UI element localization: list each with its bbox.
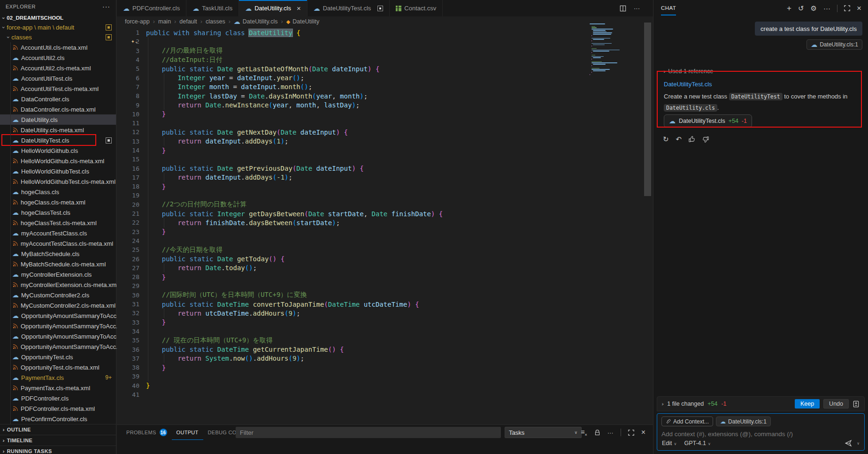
code-line[interactable]: 6 Integer year = dateInput.year(); xyxy=(117,73,653,82)
code-line[interactable]: 30 //国际时间（UTC）を日本時間（UTC+9）に変換 xyxy=(117,291,653,300)
file-row[interactable]: ☁hogeClassTest.cls xyxy=(0,207,116,218)
code-line[interactable]: 27 return Date.today(); xyxy=(117,264,653,272)
more-actions-icon[interactable]: ··· xyxy=(634,5,640,12)
regenerate-icon[interactable]: ↻ xyxy=(663,135,669,144)
tab-dateutility-cls[interactable]: ☁DateUtility.cls× xyxy=(239,0,307,16)
file-row[interactable]: ☁HelloWorldGithub.cls xyxy=(0,145,116,156)
file-row[interactable]: ☁DateUtilityTest.cls xyxy=(0,135,116,145)
editor-scrollbar[interactable] xyxy=(644,23,651,196)
file-row[interactable]: ☁AccountUtilTest.cls xyxy=(0,73,116,83)
file-row[interactable]: MyCustomController2.cls-meta.xml xyxy=(0,300,116,310)
chat-input-box[interactable]: Add Context... ☁ DateUtility.cls:1 Add c… xyxy=(657,413,865,451)
code-line[interactable]: 14 } xyxy=(117,146,653,155)
undo-button[interactable]: Undo xyxy=(823,399,849,409)
file-row[interactable]: ☁OpportunityAmountSammaryToAcc... xyxy=(0,310,116,321)
file-row[interactable]: PaymentTax.cls-meta.xml xyxy=(0,383,116,393)
sidebar-section-timeline[interactable]: ›TIMELINE xyxy=(0,435,116,446)
file-row[interactable]: hogeClassTest.cls-meta.xml xyxy=(0,218,116,228)
file-row[interactable]: ☁MyCustomController2.cls xyxy=(0,290,116,300)
code-line[interactable]: 40} xyxy=(117,381,653,390)
file-row[interactable]: ☁AccountUtil2.cls xyxy=(0,53,116,63)
file-row[interactable]: MyBatchSchedule.cls-meta.xml xyxy=(0,259,116,269)
file-row[interactable]: ☁myAccountTestClass.cls xyxy=(0,228,116,238)
current-file-context-pill[interactable]: ☁ DateUtility.cls:1 xyxy=(716,416,771,426)
gear-icon[interactable]: ⚙ xyxy=(811,4,817,13)
code-line[interactable]: 16 public static Date getPreviousDay(Dat… xyxy=(117,164,653,173)
code-line[interactable]: 39 xyxy=(117,372,653,381)
copilot-sparkle-icon[interactable]: ✦ xyxy=(131,38,135,45)
code-line[interactable]: 12 public static Date getNextDay(Date da… xyxy=(117,128,653,136)
code-line[interactable]: 23 } xyxy=(117,227,653,236)
output-channel-select[interactable]: Tasks ∨ xyxy=(505,427,582,438)
file-row[interactable]: ☁HelloWorldGithubTest.cls xyxy=(0,166,116,176)
file-row[interactable]: ☁OpportunityTest.cls xyxy=(0,352,116,362)
code-line[interactable]: 11 xyxy=(117,119,653,128)
code-line[interactable]: 32 return utcDateTime.addHours(9); xyxy=(117,309,653,318)
file-row[interactable]: OpportunityAmountSammaryToAcc... xyxy=(0,321,116,331)
close-chat-icon[interactable]: × xyxy=(857,4,861,13)
file-row[interactable]: myAccountTestClass.cls-meta.xml xyxy=(0,238,116,249)
add-context-button[interactable]: Add Context... xyxy=(661,416,713,426)
code-line[interactable]: 25 //今天的日期を取得 xyxy=(117,245,653,254)
sidebar-section-running-tasks[interactable]: ›RUNNING TASKS xyxy=(0,446,116,454)
code-line[interactable]: 3 //月の最終日を取得 xyxy=(117,46,653,55)
code-line[interactable]: 33 } xyxy=(117,318,653,327)
minimap[interactable] xyxy=(590,23,622,77)
code-line[interactable]: 41 xyxy=(117,390,653,399)
code-line[interactable]: 22 return finishDate.daysBetween(startDa… xyxy=(117,218,653,227)
code-editor[interactable]: 1public with sharing class DateUtility {… xyxy=(117,27,653,424)
chat-tab[interactable]: CHAT xyxy=(661,5,676,12)
code-line[interactable]: 37 return System.now().addHours(9); xyxy=(117,354,653,363)
code-line[interactable]: 29 xyxy=(117,281,653,290)
code-line[interactable]: 38 } xyxy=(117,363,653,372)
file-row[interactable]: AccountUtil.cls-meta.xml xyxy=(0,42,116,53)
panel-tab-output[interactable]: OUTPUT xyxy=(172,425,203,440)
code-line[interactable]: 15 xyxy=(117,155,653,164)
folder-row-force-app[interactable]: ›force-app \ main \ default xyxy=(0,23,116,32)
code-line[interactable]: 7 Integer month = dateInput.month(); xyxy=(117,83,653,91)
chat-input-placeholder[interactable]: Add context (#), extensions (@), command… xyxy=(661,431,860,438)
code-line[interactable]: 1public with sharing class DateUtility { xyxy=(117,28,653,37)
breadcrumb-item[interactable]: ◆DateUtility xyxy=(286,18,319,25)
more-actions-icon[interactable]: ··· xyxy=(823,4,830,12)
lock-icon[interactable] xyxy=(594,430,600,436)
history-icon[interactable]: ↺ xyxy=(798,4,804,13)
explorer-more-actions-icon[interactable]: ··· xyxy=(102,3,110,10)
breadcrumb-item[interactable]: default xyxy=(179,18,197,25)
code-line[interactable]: 26 public static Date getToday() { xyxy=(117,254,653,263)
thumbs-down-icon[interactable] xyxy=(702,136,709,143)
split-editor-icon[interactable] xyxy=(620,5,626,12)
file-row[interactable]: DateUtility.cls-meta.xml xyxy=(0,125,116,135)
breadcrumb-item[interactable]: force-app xyxy=(125,18,150,25)
generated-file-link[interactable]: DateUtilityTest.cls xyxy=(664,81,712,88)
code-line[interactable]: 2✦ xyxy=(117,37,653,46)
panel-tab-problems[interactable]: PROBLEMS16 xyxy=(122,425,172,440)
send-button[interactable]: ∨ xyxy=(845,439,860,447)
file-row[interactable]: ☁DateUtility.cls xyxy=(0,114,116,125)
tab-contact-csv[interactable]: Contact.csv xyxy=(390,0,443,16)
user-context-pill[interactable]: ☁ DateUtility.cls:1 xyxy=(807,39,862,50)
file-row[interactable]: DataController.cls-meta.xml xyxy=(0,104,116,114)
code-line[interactable]: 13 return dateInput.addDays(1); xyxy=(117,137,653,146)
file-row[interactable]: OpportunityTest.cls-meta.xml xyxy=(0,362,116,372)
close-panel-icon[interactable]: × xyxy=(641,428,645,437)
more-actions-icon[interactable]: ··· xyxy=(607,429,614,436)
breadcrumb-item[interactable]: ☁DateUtility.cls xyxy=(234,18,278,25)
file-row[interactable]: ☁myControllerExtension.cls xyxy=(0,269,116,280)
code-line[interactable]: 4 //dateInput:日付 xyxy=(117,55,653,64)
code-line[interactable]: 24 xyxy=(117,236,653,245)
code-line[interactable]: 34 xyxy=(117,327,653,336)
breadcrumb-item[interactable]: classes xyxy=(206,18,225,25)
file-row[interactable]: PDFController.cls-meta.xml xyxy=(0,403,116,414)
file-row[interactable]: ☁PaymentTax.cls9+ xyxy=(0,372,116,383)
tab-pdfcontroller-cls[interactable]: ☁PDFController.cls xyxy=(117,0,186,16)
changed-file-card[interactable]: ☁ DateUtilityTest.cls +54 -1 xyxy=(664,114,752,128)
file-row[interactable]: OpportunityAmountSammaryToAcc... xyxy=(0,341,116,352)
file-row[interactable]: ☁hogeClass.cls xyxy=(0,187,116,197)
file-row[interactable]: ☁PDFController.cls xyxy=(0,393,116,403)
file-row[interactable]: AccountUtilTest.cls-meta.xml xyxy=(0,83,116,94)
view-diff-icon[interactable] xyxy=(853,401,860,408)
mode-select[interactable]: Edit∨ xyxy=(662,440,676,446)
code-line[interactable]: 31 public static DateTime convertToJapan… xyxy=(117,300,653,309)
file-row[interactable]: myControllerExtension.cls-meta.xml xyxy=(0,280,116,290)
